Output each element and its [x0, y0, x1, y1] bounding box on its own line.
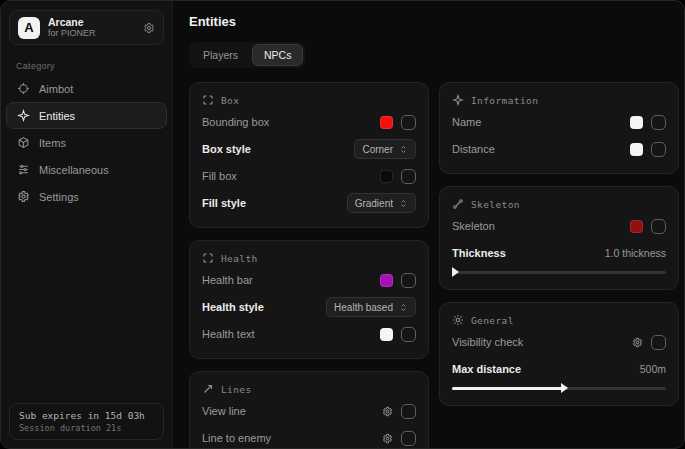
setting-label: Health text [202, 328, 255, 340]
brand-subtitle: for PIONER [48, 28, 135, 38]
tab-bar: Players NPCs [189, 42, 305, 68]
slider-track [452, 271, 666, 274]
sidebar-item-miscellaneous[interactable]: Miscellaneous [6, 156, 167, 183]
setting-row-health-text: Health text [202, 322, 416, 346]
category-label: Category [16, 61, 172, 71]
gear-flower-icon [452, 314, 464, 326]
name-checkbox[interactable] [651, 115, 666, 130]
view-line-gear-icon[interactable] [382, 406, 393, 417]
sidebar-item-label: Aimbot [39, 83, 73, 95]
card-title: Lines [221, 384, 252, 395]
frame-corners-icon [202, 94, 214, 106]
information-card: Information Name Distance [439, 82, 679, 174]
gear-icon [17, 190, 30, 203]
setting-label: Line to enemy [202, 432, 271, 444]
color-swatch[interactable] [630, 220, 643, 233]
card-title: Skeleton [471, 199, 520, 210]
sparkle-icon [452, 94, 464, 106]
line-to-enemy-checkbox[interactable] [401, 431, 416, 446]
brand-title: Arcane [48, 16, 135, 28]
visibility-check-gear-icon[interactable] [632, 337, 643, 348]
setting-row-distance: Distance [452, 137, 666, 161]
setting-row-line-to-enemy: Line to enemy [202, 426, 416, 449]
health-bar-checkbox[interactable] [401, 273, 416, 288]
color-swatch[interactable] [630, 116, 643, 129]
card-title: General [471, 315, 514, 326]
color-swatch[interactable] [630, 143, 643, 156]
card-title: Health [221, 253, 258, 264]
lines-card: Lines View line Line to enemy [189, 371, 429, 449]
dropdown-value: Corner [362, 144, 393, 155]
view-line-checkbox[interactable] [401, 404, 416, 419]
sidebar-item-settings[interactable]: Settings [6, 183, 167, 210]
box-style-dropdown[interactable]: Corner [354, 139, 416, 159]
frame-corners-icon [202, 252, 214, 264]
line-to-enemy-gear-icon[interactable] [382, 433, 393, 444]
setting-label: Max distance [452, 363, 521, 375]
general-card: General Visibility check Max distance [439, 302, 679, 406]
setting-label: Fill style [202, 197, 246, 209]
setting-row-fill-box: Fill box [202, 164, 416, 188]
sliders-icon [17, 163, 30, 176]
setting-row-health-style: Health style Health based [202, 295, 416, 319]
setting-row-box-style: Box style Corner [202, 137, 416, 161]
cube-icon [17, 136, 30, 149]
setting-row-bounding-box: Bounding box [202, 110, 416, 134]
max-distance-slider[interactable] [452, 383, 666, 393]
color-swatch[interactable] [380, 328, 393, 341]
skeleton-checkbox[interactable] [651, 219, 666, 234]
visibility-check-checkbox[interactable] [651, 335, 666, 350]
brand-settings-gear-icon[interactable] [143, 22, 155, 34]
sub-expiry-text: Sub expires in 15d 03h [19, 410, 154, 421]
sidebar-item-label: Settings [39, 191, 79, 203]
health-card: Health Health bar Health style Health ba… [189, 240, 429, 359]
fill-box-checkbox[interactable] [401, 169, 416, 184]
health-text-checkbox[interactable] [401, 327, 416, 342]
setting-row-max-distance: Max distance 500m [452, 357, 666, 381]
tab-npcs[interactable]: NPCs [252, 44, 303, 66]
card-title: Information [471, 95, 538, 106]
sidebar-item-items[interactable]: Items [6, 129, 167, 156]
skeleton-card: Skeleton Skeleton Thickness 1.0 thicknes… [439, 186, 679, 290]
slider-thumb[interactable] [561, 383, 568, 393]
distance-checkbox[interactable] [651, 142, 666, 157]
brand-card: A Arcane for PIONER [9, 10, 164, 45]
setting-label: Bounding box [202, 116, 269, 128]
setting-label: Health bar [202, 274, 253, 286]
setting-row-view-line: View line [202, 399, 416, 423]
sidebar-item-entities[interactable]: Entities [6, 102, 167, 129]
tab-players[interactable]: Players [191, 44, 250, 66]
sidebar-item-label: Miscellaneous [39, 164, 109, 176]
sidebar-item-aimbot[interactable]: Aimbot [6, 75, 167, 102]
fill-style-dropdown[interactable]: Gradient [347, 193, 416, 213]
health-style-dropdown[interactable]: Health based [326, 297, 416, 317]
setting-row-fill-style: Fill style Gradient [202, 191, 416, 215]
setting-label: Box style [202, 143, 251, 155]
setting-row-health-bar: Health bar [202, 268, 416, 292]
setting-label: Visibility check [452, 336, 523, 348]
session-duration-text: Session duration 21s [19, 423, 154, 433]
brand-logo: A [18, 17, 40, 39]
card-title: Box [221, 95, 239, 106]
unfold-icon [399, 303, 408, 312]
setting-row-visibility-check: Visibility check [452, 330, 666, 354]
dropdown-value: Health based [334, 302, 393, 313]
setting-row-thickness: Thickness 1.0 thickness [452, 241, 666, 265]
dropdown-value: Gradient [355, 198, 393, 209]
box-card: Box Bounding box Box style Corner [189, 82, 429, 228]
max-distance-value: 500m [640, 363, 666, 375]
setting-label: Thickness [452, 247, 506, 259]
thickness-value: 1.0 thickness [605, 247, 666, 259]
app-window: A Arcane for PIONER Category Aimbot [0, 0, 685, 449]
setting-label: Fill box [202, 170, 237, 182]
bone-icon [452, 198, 464, 210]
bounding-box-checkbox[interactable] [401, 115, 416, 130]
sidebar-item-label: Items [39, 137, 66, 149]
color-swatch[interactable] [380, 170, 393, 183]
thickness-slider[interactable] [452, 267, 666, 277]
color-swatch[interactable] [380, 116, 393, 129]
color-swatch[interactable] [380, 274, 393, 287]
sidebar: A Arcane for PIONER Category Aimbot [1, 1, 173, 448]
slider-thumb[interactable] [452, 267, 459, 277]
setting-label: View line [202, 405, 246, 417]
